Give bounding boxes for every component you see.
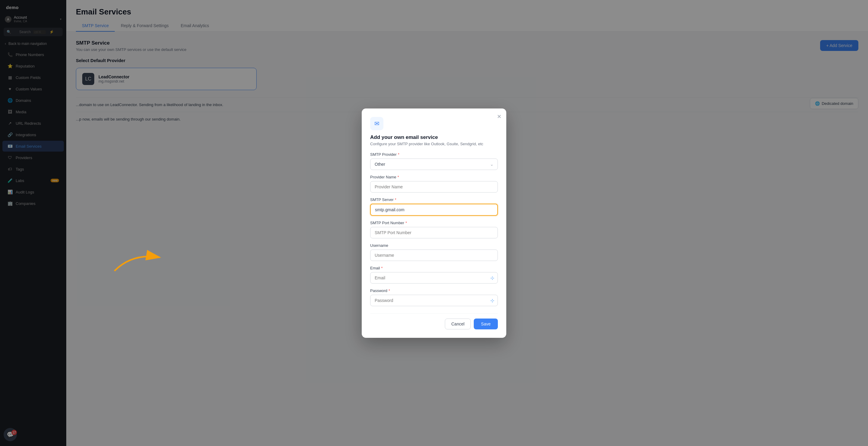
smtp-port-label: SMTP Port Number * — [370, 220, 498, 225]
provider-name-label: Provider Name * — [370, 175, 498, 179]
smtp-provider-group: SMTP Provider * Other Gmail Outlook Send… — [370, 152, 498, 170]
modal-overlay[interactable]: ✕ ✉ Add your own email service Configure… — [0, 0, 868, 446]
smtp-provider-select[interactable]: Other Gmail Outlook Sendgrid Mailgun GSu… — [370, 158, 498, 170]
edit-icon: ⊹ — [490, 275, 494, 280]
provider-name-input[interactable] — [370, 181, 498, 192]
eye-icon: ⊹ — [490, 297, 494, 303]
password-label: Password * — [370, 288, 498, 293]
provider-name-group: Provider Name * — [370, 175, 498, 192]
username-group: Username — [370, 243, 498, 261]
cancel-button[interactable]: Cancel — [445, 319, 471, 329]
password-group: Password * ⊹ — [370, 288, 498, 306]
modal-title: Add your own email service — [370, 135, 498, 141]
smtp-port-group: SMTP Port Number * — [370, 220, 498, 238]
username-label: Username — [370, 243, 498, 248]
required-indicator: * — [395, 198, 396, 202]
save-button[interactable]: Save — [474, 319, 498, 329]
smtp-server-group: SMTP Server * — [370, 198, 498, 216]
email-label: Email * — [370, 266, 498, 270]
modal-subtitle: Configure your SMTP provider like Outloo… — [370, 142, 498, 146]
modal-close-button[interactable]: ✕ — [497, 113, 501, 120]
smtp-provider-label: SMTP Provider * — [370, 152, 498, 157]
password-input[interactable] — [370, 295, 498, 306]
smtp-server-label: SMTP Server * — [370, 198, 498, 202]
smtp-server-input[interactable] — [370, 204, 498, 216]
modal-icon-wrap: ✉ — [370, 117, 383, 130]
required-indicator: * — [389, 288, 390, 293]
envelope-icon: ✉ — [374, 120, 379, 127]
required-indicator: * — [398, 152, 399, 157]
smtp-port-input[interactable] — [370, 227, 498, 238]
email-input[interactable] — [370, 272, 498, 284]
modal-footer: Cancel Save — [370, 314, 498, 329]
add-email-service-modal: ✕ ✉ Add your own email service Configure… — [362, 109, 506, 338]
required-indicator: * — [405, 220, 407, 225]
required-indicator: * — [381, 266, 383, 270]
email-group: Email * ⊹ — [370, 266, 498, 284]
required-indicator: * — [398, 175, 399, 179]
username-input[interactable] — [370, 249, 498, 261]
smtp-provider-select-wrapper: Other Gmail Outlook Sendgrid Mailgun GSu… — [370, 158, 498, 170]
